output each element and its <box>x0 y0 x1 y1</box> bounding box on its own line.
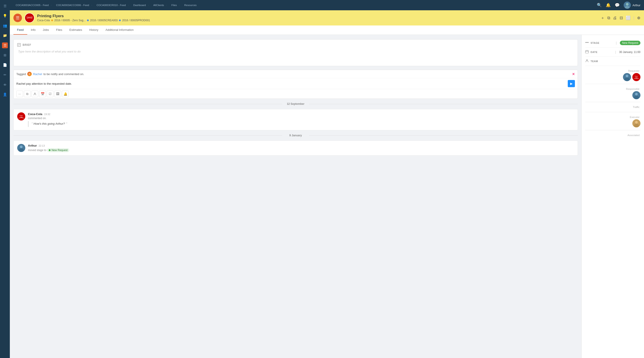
hamburger-icon[interactable]: ☰ <box>2 3 8 9</box>
header-menu-icon[interactable]: ☰ <box>14 14 22 22</box>
svg-point-32 <box>634 96 639 99</box>
stage-row: STAGE | New Request <box>585 38 640 48</box>
left-sidebar: ☰ 💡 👥 📁 ☰ ⊞ 📄 ✏ 👁 👤 <box>0 0 10 358</box>
page-title: Printing Flyers <box>37 14 598 18</box>
split-icon[interactable]: ⊟ <box>620 15 623 20</box>
feed-action-1: commented on. <box>28 117 574 120</box>
tab-feed[interactable]: Feed <box>14 25 27 35</box>
feed-entries: 12 September Coca- Cola Coca-Cola <box>14 102 578 156</box>
date-separator-sep: 12 September <box>14 102 578 105</box>
feed-quote-1: " How's this going Arthur? " <box>28 121 574 127</box>
topbar-tab-4[interactable]: Dashboard <box>131 4 151 6</box>
duplicate-icon[interactable]: ⧉ <box>607 16 610 20</box>
divider: | <box>633 16 634 20</box>
feed-header-2: Arthur 22:13 <box>28 144 574 147</box>
add-icon[interactable]: ＋ <box>600 15 605 20</box>
list-icon[interactable]: ☰ <box>2 42 8 48</box>
tab-estimates[interactable]: Estimates <box>66 25 86 35</box>
more-options-button[interactable]: ··· <box>16 90 23 97</box>
stage-label: New Request <box>52 149 68 152</box>
copy-button[interactable]: ⧉ <box>24 90 31 97</box>
document-icon[interactable]: 📄 <box>2 62 8 68</box>
topbar-tab-6[interactable]: Files <box>169 4 182 6</box>
tagged-name: Rachel <box>33 72 42 76</box>
send-button[interactable]: ▶ <box>568 80 575 87</box>
stage-label: STAGE <box>590 41 613 44</box>
eye-icon[interactable]: 👁 <box>2 82 8 88</box>
topbar-tab-3[interactable]: COCA0003CR010 - Feed <box>94 4 131 6</box>
comment-tools: ··· ⧉ 📅 ☑ 🖼 🔔 <box>14 89 578 98</box>
chat-icon[interactable]: 💬 <box>615 3 620 7</box>
svg-point-25 <box>626 75 628 77</box>
tagged-text: Tagged <box>16 72 26 76</box>
tagged-avatar: R <box>27 72 32 76</box>
requester-divider <box>585 84 640 84</box>
tab-files[interactable]: Files <box>52 25 66 35</box>
executor-label: Executor <box>585 116 640 118</box>
expand-icon[interactable]: ⬜ <box>626 15 630 20</box>
executor-avatar <box>632 119 640 127</box>
svg-text:Cola: Cola <box>20 116 22 118</box>
folder-icon[interactable]: 📁 <box>2 33 8 38</box>
image-button[interactable]: 🖼 <box>54 90 61 97</box>
traffic-divider <box>585 112 640 112</box>
tab-history[interactable]: History <box>86 25 102 35</box>
breadcrumb-1[interactable]: 2016 / 00005 - Zero Sug... <box>54 19 86 22</box>
people-icon[interactable]: 👥 <box>2 23 8 28</box>
topbar-tab-7[interactable]: Resources <box>182 4 199 6</box>
tab-info[interactable]: Info <box>27 25 39 35</box>
brief-placeholder[interactable]: Type here the description of what you wa… <box>17 49 574 62</box>
brief-title: BRIEF <box>22 43 31 46</box>
dot-2 <box>87 19 89 21</box>
calendar-button[interactable]: 📅 <box>39 90 46 97</box>
feed-time-2: 22:13 <box>39 144 45 147</box>
tag-icon[interactable]: ✏ <box>2 72 8 78</box>
team-label: TEAM <box>590 60 640 62</box>
mention-button[interactable] <box>32 90 38 97</box>
traffic-label: Traffic <box>585 106 640 108</box>
svg-point-18 <box>588 42 588 43</box>
svg-point-35 <box>634 124 639 127</box>
tab-nav: Feed Info Jobs Files Estimates History A… <box>10 25 644 35</box>
comment-input[interactable] <box>16 82 566 85</box>
responsible-section: Responsible <box>585 88 640 102</box>
lightbulb-icon[interactable]: 💡 <box>2 13 8 19</box>
checklist-button[interactable]: ☑ <box>47 90 54 97</box>
topbar-tab-2[interactable]: COCA0003ACCO006 - Feed <box>54 4 94 6</box>
user-menu[interactable]: Arthur <box>624 1 640 9</box>
grid-icon[interactable]: ⊞ <box>2 52 8 58</box>
notification-button[interactable]: 🔔 <box>62 90 69 97</box>
svg-point-14 <box>20 145 22 148</box>
svg-point-16 <box>586 42 586 43</box>
team-icon <box>585 59 589 63</box>
tab-jobs[interactable]: Jobs <box>39 25 52 35</box>
requester-label: Requester <box>585 69 640 72</box>
stage-value[interactable]: New Request <box>620 41 640 45</box>
topbar-tab-5[interactable]: AllClients <box>151 4 169 6</box>
breadcrumb-3[interactable]: 2016 / 00005PROD001 <box>122 19 150 22</box>
svg-point-31 <box>635 93 638 95</box>
dot-1 <box>51 19 53 21</box>
username: Arthur <box>632 3 640 7</box>
circle-plus-icon[interactable]: ⊕ <box>637 15 640 20</box>
print-icon[interactable]: 🖨 <box>613 16 617 20</box>
users-icon[interactable]: 👤 <box>2 92 8 97</box>
feed-author-2: Arthur <box>28 144 37 147</box>
notification-icon[interactable]: 🔔 <box>606 3 611 7</box>
date-icon <box>585 50 589 54</box>
feed-entry-2: Arthur 22:13 moved stage to New Request <box>14 141 578 156</box>
requester-section: Requester Coca- Cola <box>585 69 640 84</box>
topbar-tabs: COCA0003ACCO005 - Feed COCA0003ACCO006 -… <box>14 4 597 6</box>
breadcrumb-2[interactable]: 2016 / 00005CREA003 <box>90 19 118 22</box>
user-avatar <box>624 1 631 9</box>
comment-input-row: ▶ <box>14 78 578 89</box>
tagged-close-button[interactable]: ✕ <box>572 72 575 76</box>
topbar-tab-1[interactable]: COCA0003ACCO005 - Feed <box>14 4 54 6</box>
responsible-avatars <box>585 91 640 99</box>
topbar-actions: 🔍 🔔 💬 Arthur <box>597 1 640 9</box>
search-icon[interactable]: 🔍 <box>597 3 602 7</box>
tab-additional-info[interactable]: Additional Information <box>102 25 137 35</box>
date-row: DATE | 30 January, 11:00 <box>585 48 640 57</box>
date-value[interactable]: 30 January, 11:00 <box>619 50 640 54</box>
tagged-bar: Tagged R Rachel to be notify and comment… <box>14 70 578 78</box>
